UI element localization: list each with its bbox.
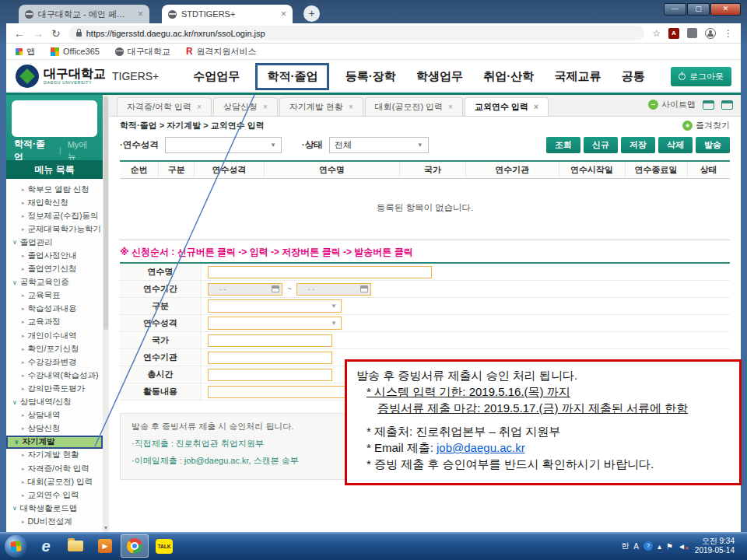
sidebar-item[interactable]: ▸교육목표 bbox=[6, 289, 103, 303]
minimize-button[interactable]: — bbox=[664, 3, 686, 16]
browser-tab[interactable]: STDTIGERS+× bbox=[162, 5, 293, 23]
pdf-extension-icon[interactable]: A bbox=[668, 28, 679, 39]
filter-select-state[interactable]: 전체 ▼ bbox=[329, 137, 429, 153]
extension-icon[interactable] bbox=[687, 28, 697, 38]
sidebar-item[interactable]: ▸확인/포기신청 bbox=[6, 342, 103, 355]
maximize-button[interactable]: ▢ bbox=[687, 3, 710, 16]
tab-close-icon[interactable]: × bbox=[138, 9, 143, 19]
window-close-all-icon[interactable] bbox=[721, 100, 733, 110]
tab-close-icon[interactable]: × bbox=[263, 103, 268, 111]
taskbar-chrome[interactable] bbox=[121, 534, 149, 558]
select-연수성격[interactable]: ▼ bbox=[208, 317, 342, 330]
sidebar-scrollbar[interactable]: ▼ bbox=[103, 95, 109, 532]
sidebar-item[interactable]: ▸학습성과내용 bbox=[6, 303, 103, 316]
select-구분[interactable]: ▼ bbox=[208, 299, 342, 313]
taskbar-media-player[interactable]: ▶ bbox=[91, 534, 119, 558]
sidebar-item[interactable]: ▸교육과정 bbox=[6, 316, 103, 329]
sidebar-item[interactable]: ▸정보제공(수집)동의 bbox=[6, 209, 103, 222]
tab-close-icon[interactable]: × bbox=[197, 103, 202, 111]
tab-close-icon[interactable]: × bbox=[534, 103, 538, 111]
nav-item-link[interactable]: 학생업무 bbox=[412, 64, 468, 89]
sitemap-link[interactable]: 사이트맵 bbox=[648, 99, 696, 110]
window-open-icon[interactable] bbox=[703, 100, 714, 110]
sidebar-item[interactable]: ▸개인이수내역 bbox=[6, 329, 103, 342]
sidebar-item[interactable]: ▸군제대복학가능학기 bbox=[6, 222, 103, 236]
sidebar-item[interactable]: ▸상담내역 bbox=[6, 409, 103, 422]
sidebar-item[interactable]: ∨자기계발 bbox=[6, 436, 103, 449]
text-input-연수기관[interactable] bbox=[208, 352, 332, 364]
ime-korean-icon[interactable]: 한 bbox=[621, 541, 629, 551]
workspace-tab[interactable]: 교외연수 입력× bbox=[465, 97, 549, 116]
nav-item-link[interactable]: 국제교류 bbox=[550, 64, 606, 89]
taskbar-clock[interactable]: 오전 9:34 2019-05-14 bbox=[690, 537, 739, 556]
action-button-신규[interactable]: 신규 bbox=[584, 137, 618, 153]
sidebar-item[interactable]: ▸재입학신청 bbox=[6, 196, 103, 209]
email-link[interactable]: job@daegu.ac.kr bbox=[437, 441, 525, 454]
action-center-flag-icon[interactable]: ⚑ bbox=[666, 542, 673, 551]
sidebar-item[interactable]: ▸졸업사정안내 bbox=[6, 249, 103, 262]
sidebar-item[interactable]: ▸수강강좌변경 bbox=[6, 355, 103, 369]
sidebar-item[interactable]: ▸자격증/어학 입력 bbox=[6, 462, 103, 475]
back-icon[interactable]: ← bbox=[14, 27, 25, 40]
taskbar-kakaotalk[interactable]: TALK bbox=[150, 534, 178, 558]
nav-item-link[interactable]: 등록·장학 bbox=[341, 64, 401, 89]
sidebar-item[interactable]: ▸강의만족도평가 bbox=[6, 382, 103, 395]
address-bar[interactable]: https://tigersstd.daegu.ac.kr/nxrun/ssoL… bbox=[68, 26, 645, 40]
close-button[interactable]: ✕ bbox=[710, 3, 741, 16]
bookmark-star-icon[interactable]: ☆ bbox=[652, 28, 661, 39]
sidebar-item[interactable]: ▸대회(공모전) 입력 bbox=[6, 475, 103, 488]
menu-dots-icon[interactable]: ⋮ bbox=[724, 28, 733, 39]
sidebar-item[interactable]: ∨공학교육인증 bbox=[6, 276, 103, 289]
university-logo[interactable]: 대구대학교 DAEGU UNIVERSITY TIGERS+ bbox=[16, 65, 167, 88]
bookmark-item[interactable]: 대구대학교 bbox=[115, 46, 170, 58]
sidebar-item[interactable]: ▸상담신청 bbox=[6, 422, 103, 436]
sidebar-item[interactable]: ▸졸업연기신청 bbox=[6, 263, 103, 276]
sidebar-item[interactable]: ▸교외연수 입력 bbox=[6, 488, 103, 502]
nav-item-link[interactable]: 취업·산학 bbox=[479, 64, 538, 89]
taskbar-ie[interactable]: e bbox=[32, 534, 60, 558]
sidebar-item[interactable]: ∨졸업관리 bbox=[6, 236, 103, 249]
taskbar-explorer[interactable] bbox=[61, 534, 89, 558]
sidebar-item[interactable]: ∨대학생활로드맵 bbox=[6, 502, 103, 515]
workspace-tab[interactable]: 상담신청× bbox=[213, 97, 278, 116]
sidebar-item[interactable]: ▸DU비전설계 bbox=[6, 515, 103, 528]
tab-close-icon[interactable]: × bbox=[448, 103, 453, 111]
browser-tab[interactable]: 대구대학교 - 메인 페이지× bbox=[19, 5, 149, 23]
action-button-조회[interactable]: 조회 bbox=[546, 137, 580, 153]
sidebar-tab-mymenu[interactable]: My메뉴 bbox=[68, 139, 95, 163]
text-input-국가[interactable] bbox=[208, 334, 332, 347]
new-tab-button[interactable]: + bbox=[303, 5, 320, 22]
sidebar-item[interactable]: ▸수강내역(학습성과) bbox=[6, 369, 103, 382]
action-button-저장[interactable]: 저장 bbox=[621, 137, 655, 153]
bookmark-item[interactable]: R원격지원서비스 bbox=[186, 46, 257, 58]
logout-button[interactable]: 로그아웃 bbox=[671, 67, 731, 86]
bookmark-item[interactable]: Office365 bbox=[51, 47, 100, 56]
favorites-button[interactable]: ★ 즐겨찾기 bbox=[682, 120, 730, 131]
sidebar-item[interactable]: ▸학부모 열람 신청 bbox=[6, 183, 103, 196]
scrollbar-thumb[interactable] bbox=[103, 96, 108, 330]
nav-item-link[interactable]: 수업업무 bbox=[188, 64, 244, 89]
forward-icon[interactable]: → bbox=[33, 27, 44, 40]
hidden-icons-arrow[interactable]: ▴ bbox=[658, 542, 661, 551]
tab-close-icon[interactable]: × bbox=[349, 103, 353, 111]
start-button[interactable] bbox=[5, 535, 27, 558]
workspace-tab[interactable]: 자격증/어학 입력× bbox=[117, 97, 212, 116]
date-input-end[interactable]: - - bbox=[296, 283, 371, 296]
volume-muted-icon[interactable]: ◄ bbox=[678, 542, 686, 551]
profile-icon[interactable] bbox=[705, 28, 716, 39]
sidebar-item[interactable]: ∨상담내역/신청 bbox=[6, 396, 103, 409]
workspace-tab[interactable]: 대회(공모전) 입력× bbox=[365, 97, 463, 116]
help-icon[interactable]: ? bbox=[644, 541, 653, 551]
workspace-tab[interactable]: 자기계발 현황× bbox=[279, 97, 363, 116]
calendar-icon[interactable] bbox=[360, 285, 368, 292]
nav-item-highlighted[interactable]: 학적·졸업 bbox=[255, 63, 329, 90]
text-input-총시간[interactable] bbox=[208, 369, 332, 381]
ime-english-icon[interactable]: A bbox=[633, 542, 639, 551]
sidebar-item[interactable]: ▸자기계발 현황 bbox=[6, 449, 103, 462]
tab-close-icon[interactable]: × bbox=[281, 9, 286, 19]
reload-icon[interactable]: ↻ bbox=[51, 27, 61, 40]
calendar-icon[interactable] bbox=[272, 285, 279, 292]
text-input-연수명[interactable] bbox=[208, 266, 432, 278]
action-button-삭제[interactable]: 삭제 bbox=[658, 137, 693, 153]
bookmark-item[interactable]: 앱 bbox=[16, 46, 35, 58]
